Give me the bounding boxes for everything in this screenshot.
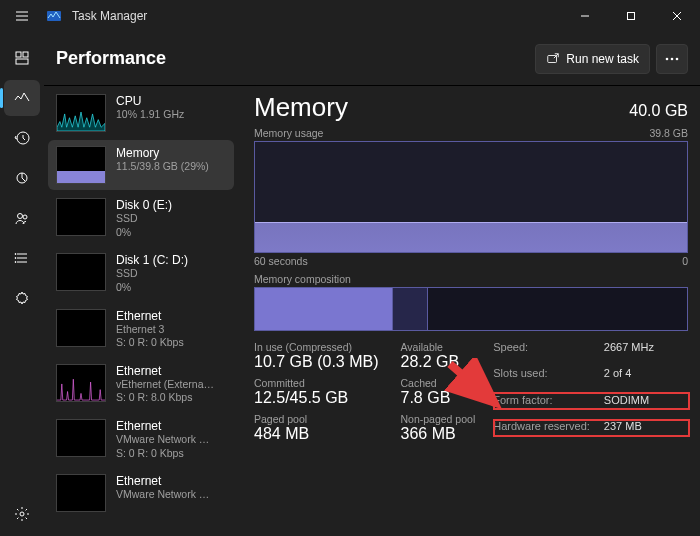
stat-label: Non-paged pool (401, 413, 476, 425)
nav-rail (0, 32, 44, 536)
stat-label: In use (Compressed) (254, 341, 379, 353)
window-controls (562, 0, 700, 32)
ethernet-thumbnail (56, 419, 106, 457)
axis-right: 0 (682, 255, 688, 267)
stats-grid: In use (Compressed) 10.7 GB (0.3 MB) Ava… (254, 341, 475, 443)
more-button[interactable] (656, 44, 688, 74)
svg-point-7 (18, 214, 23, 219)
maximize-button[interactable] (608, 0, 654, 32)
app-title: Task Manager (72, 9, 147, 23)
resource-item-cpu[interactable]: CPU 10% 1.91 GHz (48, 88, 234, 138)
detail-panel: Memory 40.0 GB Memory usage 39.8 GB 60 s… (238, 86, 700, 536)
svg-rect-2 (16, 52, 21, 57)
stat-value: 7.8 GB (401, 389, 476, 407)
titlebar: Task Manager (0, 0, 700, 32)
page-title: Performance (56, 48, 166, 69)
stat-value: 28.2 GB (401, 353, 476, 371)
resource-list[interactable]: CPU 10% 1.91 GHz Memory 11.5/39.8 GB (29… (44, 86, 238, 536)
resource-item-ethernet[interactable]: Ethernet VMware Network … S: 0 R: 0 Kbps (48, 413, 234, 466)
resource-item-disk1[interactable]: Disk 1 (C: D:) SSD 0% (48, 247, 234, 300)
stat-value: 366 MB (401, 425, 476, 443)
resource-item-ethernet[interactable]: Ethernet vEthernet (Externa… S: 0 R: 8.0… (48, 358, 234, 411)
nav-details[interactable] (4, 240, 40, 276)
minimize-button[interactable] (562, 0, 608, 32)
close-button[interactable] (654, 0, 700, 32)
stat-label: Available (401, 341, 476, 353)
svg-point-12 (20, 512, 24, 516)
stat-value: 12.5/45.5 GB (254, 389, 379, 407)
svg-rect-3 (23, 52, 28, 57)
hardware-stats: Speed: 2667 MHz Slots used: 2 of 4 Form … (493, 341, 654, 443)
resource-item-memory[interactable]: Memory 11.5/39.8 GB (29%) (48, 140, 234, 190)
resource-item-ethernet[interactable]: Ethernet Ethernet 3 S: 0 R: 0 Kbps (48, 303, 234, 356)
stat-label: Paged pool (254, 413, 379, 425)
svg-point-10 (15, 258, 16, 259)
cpu-thumbnail (56, 94, 106, 132)
resource-item-disk0[interactable]: Disk 0 (E:) SSD 0% (48, 192, 234, 245)
disk-thumbnail (56, 253, 106, 291)
svg-point-8 (23, 215, 27, 219)
app-icon (44, 8, 64, 24)
stat-value: 484 MB (254, 425, 379, 443)
nav-users[interactable] (4, 200, 40, 236)
menu-button[interactable] (0, 8, 44, 24)
stat-value: 10.7 GB (0.3 MB) (254, 353, 379, 371)
stat-label: Cached (401, 377, 476, 389)
memory-composition-chart[interactable] (254, 287, 688, 331)
axis-left: 60 seconds (254, 255, 308, 267)
memory-usage-chart[interactable] (254, 141, 688, 253)
svg-rect-1 (628, 13, 635, 20)
svg-point-16 (676, 57, 679, 60)
svg-point-14 (666, 57, 669, 60)
detail-title: Memory (254, 92, 348, 123)
svg-point-11 (15, 262, 16, 263)
run-new-task-button[interactable]: Run new task (535, 44, 650, 74)
usage-max: 39.8 GB (649, 127, 688, 139)
memory-total: 40.0 GB (629, 102, 688, 120)
svg-point-9 (15, 254, 16, 255)
nav-settings[interactable] (4, 496, 40, 532)
nav-history[interactable] (4, 120, 40, 156)
run-task-icon (546, 52, 560, 66)
ethernet-thumbnail (56, 474, 106, 512)
resource-item-ethernet[interactable]: Ethernet VMware Network … (48, 468, 234, 518)
run-task-label: Run new task (566, 52, 639, 66)
disk-thumbnail (56, 198, 106, 236)
stat-label: Committed (254, 377, 379, 389)
composition-label: Memory composition (254, 273, 688, 285)
svg-point-15 (671, 57, 674, 60)
usage-label: Memory usage (254, 127, 323, 139)
nav-services[interactable] (4, 280, 40, 316)
nav-startup[interactable] (4, 160, 40, 196)
ethernet-thumbnail (56, 309, 106, 347)
ethernet-thumbnail (56, 364, 106, 402)
memory-thumbnail (56, 146, 106, 184)
svg-rect-4 (16, 59, 28, 64)
nav-processes[interactable] (4, 40, 40, 76)
page-header: Performance Run new task (44, 32, 700, 86)
nav-performance[interactable] (4, 80, 40, 116)
